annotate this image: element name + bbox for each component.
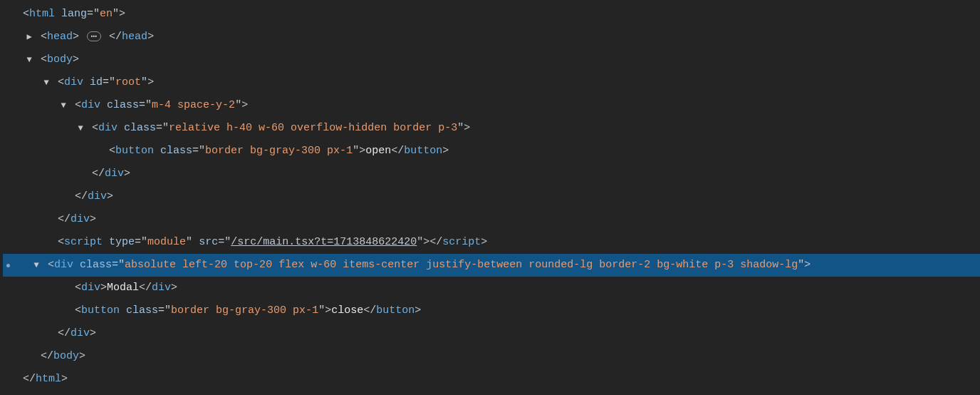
node-close-div[interactable]: </div> [3,163,980,185]
node-div-modal-container[interactable]: ▼ <div class="absolute left-20 top-20 fl… [3,254,980,277]
node-div-modal-text[interactable]: <div>Modal</div> [3,277,980,299]
node-div-relative[interactable]: ▼ <div class="relative h-40 w-60 overflo… [3,117,980,140]
node-div-m4[interactable]: ▼ <div class="m-4 space-y-2"> [3,94,980,117]
node-body[interactable]: ▼ <body> [3,48,980,71]
collapse-arrow-icon[interactable]: ▼ [58,94,68,117]
node-html[interactable]: <html lang="en"> [3,3,980,26]
node-head[interactable]: ▶ <head> ⋯ </head> [3,26,980,48]
ellipsis-icon[interactable]: ⋯ [87,31,101,41]
script-src-link[interactable]: /src/main.tsx?t=1713848622420 [231,231,417,254]
node-close-div[interactable]: </div> [3,185,980,208]
node-close-html[interactable]: </html> [3,368,980,391]
node-script[interactable]: <script type="module" src="/src/main.tsx… [3,231,980,254]
node-close-body[interactable]: </body> [3,345,980,368]
collapse-arrow-icon[interactable]: ▼ [31,254,41,277]
node-close-div[interactable]: </div> [3,208,980,231]
node-div-root[interactable]: ▼ <div id="root"> [3,71,980,94]
collapse-arrow-icon[interactable]: ▼ [75,117,85,140]
modified-dot-icon [6,264,10,267]
expand-arrow-icon[interactable]: ▶ [24,26,34,48]
node-button-close[interactable]: <button class="border bg-gray-300 px-1">… [3,299,980,322]
dom-tree: <html lang="en"> ▶ <head> ⋯ </head> ▼ <b… [0,0,980,391]
collapse-arrow-icon[interactable]: ▼ [41,71,51,94]
node-close-div[interactable]: </div> [3,322,980,345]
collapse-arrow-icon[interactable]: ▼ [24,48,34,71]
node-button-open[interactable]: <button class="border bg-gray-300 px-1">… [3,140,980,163]
